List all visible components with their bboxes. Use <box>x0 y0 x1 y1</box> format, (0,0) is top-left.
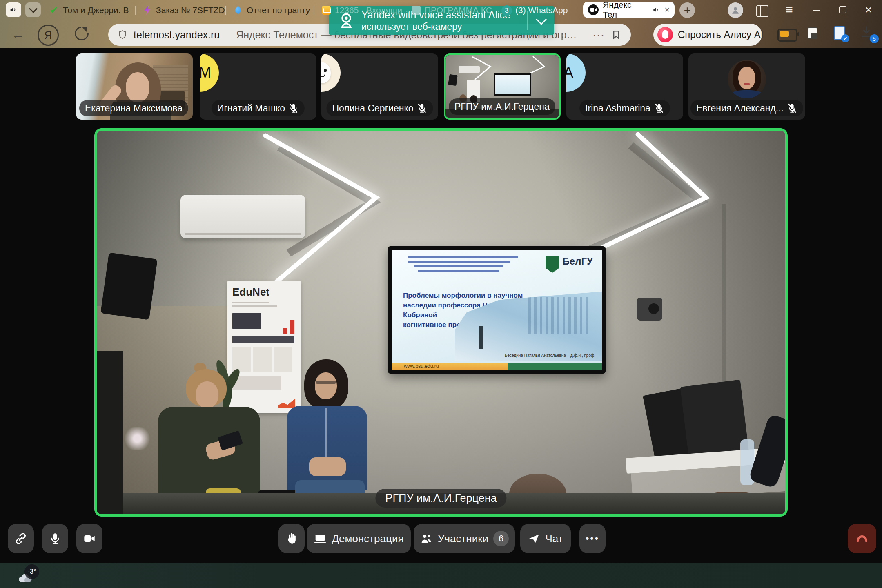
tab-mail[interactable]: 12365 · Входящи <box>322 2 402 18</box>
download-count-badge: 5 <box>870 34 879 43</box>
address-more-icon[interactable]: ⋯ <box>592 28 605 42</box>
participant-tile-rgpu[interactable]: РГПУ им.А.И.Герцена <box>444 53 561 120</box>
window-maximize-button[interactable] <box>837 4 849 16</box>
tab-label: Заказ № 7SFTZD <box>156 5 225 15</box>
participant-name-pill: Екатерина Максимова <box>79 100 188 116</box>
clipper-clip <box>811 33 817 39</box>
participant-tile-polina[interactable]: Полина Сергиенко <box>321 53 438 120</box>
profile-avatar[interactable] <box>728 2 743 18</box>
address-url[interactable]: telemost.yandex.ru <box>134 29 220 41</box>
avatar-initials: IA <box>566 64 573 81</box>
tab-group-badge[interactable]: 3 <box>501 5 512 16</box>
downloads-button[interactable]: 5 <box>859 24 877 42</box>
back-button[interactable]: ← <box>11 27 24 42</box>
check-favicon: ✔ <box>50 6 59 15</box>
main-video-rgpu[interactable]: EduNet <box>94 128 788 517</box>
microphone-button[interactable] <box>42 524 68 553</box>
photo-shoulders <box>731 90 763 98</box>
share-screen-button[interactable]: Демонстрация <box>307 524 411 553</box>
refresh-button[interactable] <box>74 25 90 42</box>
window-close-button[interactable]: × <box>862 4 875 16</box>
participants-button[interactable]: Участники 6 <box>414 524 515 553</box>
link-icon <box>14 532 27 545</box>
belgu-shield <box>546 256 559 273</box>
participant-tile-evgenia[interactable]: Евгения Александ... <box>688 53 805 120</box>
glasses <box>316 381 336 384</box>
panel-icon[interactable] <box>756 5 768 17</box>
tab-otchet[interactable]: Отчет по гранту <box>234 2 310 18</box>
left-silhouette <box>97 351 123 514</box>
hang-up-button[interactable] <box>848 524 876 553</box>
new-tab-button[interactable]: + <box>679 2 695 18</box>
ask-alice-button[interactable]: Спросить Алису AI <box>653 24 762 46</box>
tab-separator <box>225 6 226 15</box>
participant-name-pill: Евгения Александ... <box>690 100 803 116</box>
bouquet <box>123 427 151 450</box>
battery-extension-icon[interactable] <box>777 29 797 42</box>
tab-separator <box>135 6 136 15</box>
chat-icon <box>528 532 540 545</box>
tab-label: 12365 · Входящи <box>335 5 402 15</box>
participant-name: Екатерина Максимова <box>85 103 183 114</box>
mini-ac-unit <box>459 66 480 73</box>
tab-telemost-active[interactable]: Яндекс Тел × <box>583 2 675 18</box>
drop-favicon <box>234 6 243 15</box>
participant-tile-ignatiy[interactable]: ИМ Игнатий Машко <box>200 53 316 120</box>
participant-tile-ekaterina[interactable]: Екатерина Максимова <box>76 53 193 120</box>
main-video-label-text: РГПУ им.А.И.Герцена <box>385 492 497 505</box>
camera-button[interactable] <box>76 524 102 553</box>
mic-off-icon <box>417 103 428 114</box>
tab-audio-button[interactable] <box>6 2 21 17</box>
notification-subtitle: использует веб-камеру <box>361 21 527 32</box>
mini-tv-screen <box>495 75 530 94</box>
chat-button[interactable]: Чат <box>520 524 571 553</box>
tab-label: ПРОГРАММА КС <box>425 5 492 15</box>
slide: БелГУ Проблемы морфологии в научном насл… <box>392 250 602 370</box>
battery-fill <box>780 31 789 37</box>
participant-name: Евгения Александ... <box>696 103 784 114</box>
participant-name: Irina Ashmarina <box>585 103 650 114</box>
building-windows <box>528 297 590 334</box>
tab-label: Отчет по гранту <box>247 5 310 15</box>
participant-name-pill: Irina Ashmarina <box>579 100 670 116</box>
weather-widget[interactable]: -3° <box>15 566 43 586</box>
telemost-favicon <box>588 4 599 15</box>
share-screen-label: Демонстрация <box>332 532 403 545</box>
tab-label: (3) WhatsApp <box>515 5 568 15</box>
tab-programma[interactable]: ПРОГРАММА КС <box>412 2 492 18</box>
mini-speaker <box>448 74 457 86</box>
browser-chrome: ✔ Том и Джерри: В Заказ № 7SFTZD Отчет п… <box>0 0 882 48</box>
ac-unit <box>180 195 305 238</box>
poster-title: EduNet <box>232 286 296 298</box>
weather-temp: -3° <box>24 564 39 579</box>
menu-button[interactable]: ≡ <box>783 4 795 16</box>
camera-icon <box>83 532 96 545</box>
ask-alice-label: Спросить Алису AI <box>678 29 763 40</box>
tab-zakaz[interactable]: Заказ № 7SFTZD <box>143 2 225 18</box>
window-minimize-button[interactable] <box>810 4 822 16</box>
docs-extension-icon[interactable]: ✔ <box>832 25 849 42</box>
participant-name: РГПУ им.А.И.Герцена <box>454 101 550 112</box>
raise-hand-button[interactable] <box>278 524 305 553</box>
yandex-home-button[interactable]: Я <box>38 24 59 46</box>
copy-link-button[interactable] <box>8 524 34 553</box>
shield-icon <box>117 29 128 40</box>
poster-line <box>232 305 277 307</box>
chevron-down-icon <box>29 4 37 13</box>
tab-whatsapp[interactable]: (3) WhatsApp <box>515 2 568 18</box>
slide-url: www.bsu.edu.ru <box>404 363 439 369</box>
bolt-favicon <box>143 6 152 15</box>
bookmark-icon[interactable] <box>610 29 622 40</box>
tab-tom-i-jerry[interactable]: ✔ Том и Джерри: В <box>50 2 129 18</box>
tab-sound-icon <box>652 6 660 14</box>
more-options-button[interactable]: ••• <box>579 524 606 553</box>
clipper-extension-icon[interactable] <box>805 25 822 42</box>
participant-name-pill: Игнатий Машко <box>212 100 305 116</box>
tab-close-icon[interactable]: × <box>664 4 670 15</box>
poster-line <box>232 302 269 303</box>
participant-tile-irina[interactable]: IA Irina Ashmarina <box>566 53 683 120</box>
mail-favicon <box>322 6 331 15</box>
doc-favicon <box>412 6 421 15</box>
tab-list-button[interactable] <box>25 2 41 17</box>
hands <box>309 457 346 476</box>
